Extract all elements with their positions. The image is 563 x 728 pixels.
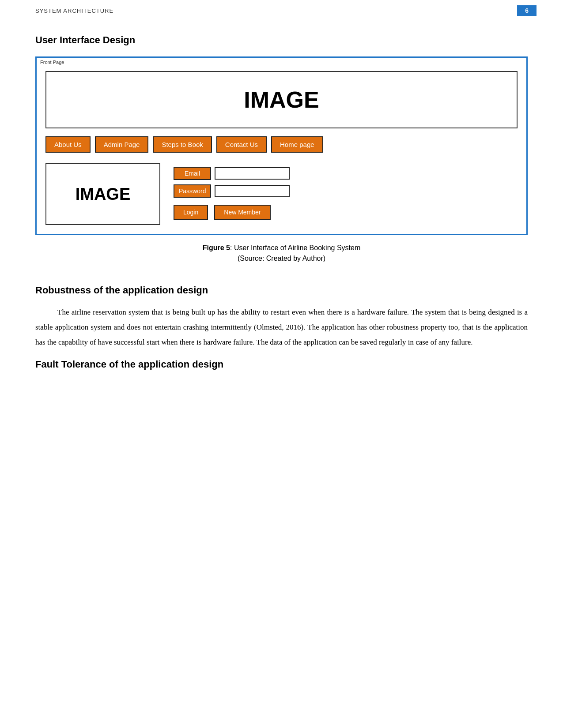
password-label[interactable]: Password — [174, 184, 211, 198]
login-form: Email Password Login New Member — [174, 163, 290, 220]
diagram-inner: IMAGE About Us Admin Page Steps to Book … — [37, 67, 526, 234]
ui-design-heading: User Interface Design — [35, 34, 528, 46]
admin-page-button[interactable]: Admin Page — [95, 136, 149, 153]
password-row: Password — [174, 184, 290, 198]
header-title: SYSTEM ARCHITECTURE — [35, 8, 113, 14]
home-page-button[interactable]: Home page — [271, 136, 323, 153]
main-content: User Interface Design Front Page IMAGE A… — [0, 21, 563, 397]
robustness-text: The airline reservation system that is b… — [35, 305, 528, 350]
figure-caption: Figure 5: User Interface of Airline Book… — [35, 244, 528, 252]
large-image-text: IMAGE — [244, 86, 319, 113]
about-us-button[interactable]: About Us — [45, 136, 91, 153]
email-label[interactable]: Email — [174, 167, 211, 180]
bottom-section: IMAGE Email Password Login New Member — [45, 163, 518, 225]
small-image-placeholder: IMAGE — [45, 163, 160, 225]
figure-source: (Source: Created by Author) — [35, 255, 528, 263]
login-button[interactable]: Login — [174, 205, 208, 220]
nav-buttons-row: About Us Admin Page Steps to Book Contac… — [45, 136, 518, 153]
small-image-text: IMAGE — [76, 185, 131, 204]
steps-to-book-button[interactable]: Steps to Book — [153, 136, 212, 153]
password-input[interactable] — [215, 185, 290, 197]
diagram-label: Front Page — [37, 58, 68, 67]
page-number: 6 — [517, 5, 537, 16]
form-action-row: Login New Member — [174, 205, 290, 220]
robustness-heading: Robustness of the application design — [35, 285, 528, 296]
email-input[interactable] — [215, 167, 290, 180]
ui-diagram: Front Page IMAGE About Us Admin Page Ste… — [35, 56, 528, 235]
email-row: Email — [174, 167, 290, 180]
contact-us-button[interactable]: Contact Us — [216, 136, 267, 153]
figure-number: Figure 5 — [203, 244, 230, 251]
figure-caption-text: : User Interface of Airline Booking Syst… — [230, 244, 360, 251]
large-image-placeholder: IMAGE — [45, 71, 518, 128]
new-member-button[interactable]: New Member — [214, 205, 270, 220]
fault-tolerance-heading: Fault Tolerance of the application desig… — [35, 359, 528, 370]
header-bar: SYSTEM ARCHITECTURE 6 — [0, 0, 563, 21]
